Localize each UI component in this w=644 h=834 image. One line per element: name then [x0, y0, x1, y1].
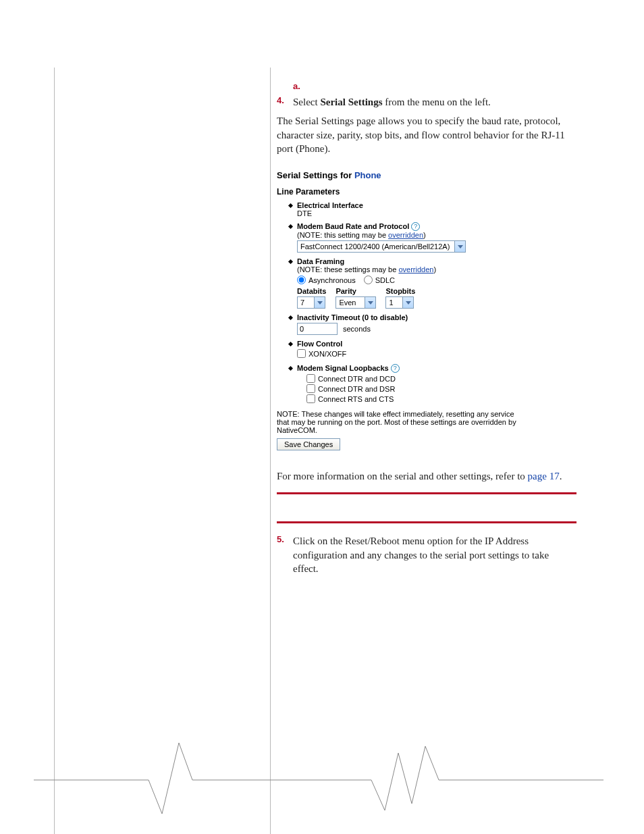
- intro-paragraph: The Serial Settings page allows you to s…: [277, 114, 576, 155]
- left-margin-rule: [54, 68, 55, 834]
- modem-baud-label: Modem Baud Rate and Protocol: [297, 222, 409, 230]
- databits-select[interactable]: 7: [297, 296, 325, 309]
- chevron-down-icon: [454, 241, 465, 252]
- more-info-post: .: [560, 471, 562, 481]
- step-4-bold: Serial Settings: [320, 97, 382, 107]
- step-5-number: 5.: [277, 534, 293, 575]
- more-info-pre: For more information on the serial and o…: [277, 471, 528, 481]
- step-5: 5. Click on the Reset/Reboot menu option…: [277, 534, 576, 575]
- divider: [277, 521, 576, 523]
- databits-value: 7: [300, 298, 304, 307]
- parity-select[interactable]: Even: [336, 296, 376, 309]
- electrical-interface-value: DTE: [297, 209, 576, 217]
- databits-label: Databits: [297, 287, 326, 295]
- flow-control-item: Flow Control XON/XOFF: [289, 340, 576, 359]
- xonxoff-checkbox[interactable]: XON/XOFF: [297, 349, 346, 358]
- async-radio-input[interactable]: [297, 276, 306, 284]
- loop-dtr-dcd[interactable]: Connect DTR and DCD: [306, 374, 576, 383]
- parity-value: Even: [339, 298, 356, 307]
- stopbits-value: 1: [389, 298, 393, 307]
- sub-step-a: a.: [293, 81, 576, 91]
- data-framing-label: Data Framing: [297, 257, 576, 265]
- step-5-text: Click on the Reset/Reboot menu option fo…: [293, 534, 576, 575]
- timeout-input[interactable]: [297, 323, 338, 335]
- divider: [277, 492, 576, 494]
- modem-baud-select-value: FastConnect 1200/2400 (American/Bell212A…: [300, 242, 450, 251]
- data-framing-item: Data Framing (NOTE: these settings may b…: [289, 257, 576, 309]
- step-4-post: from the menu on the left.: [383, 97, 491, 107]
- modem-baud-select[interactable]: FastConnect 1200/2400 (American/Bell212A…: [297, 240, 466, 253]
- more-info-para: For more information on the serial and o…: [277, 469, 576, 483]
- xonxoff-label: XON/XOFF: [308, 350, 346, 358]
- overridden-link[interactable]: overridden: [388, 231, 423, 239]
- panel-title: Serial Settings for Phone: [277, 170, 576, 180]
- panel-title-pre: Serial Settings for: [277, 170, 354, 180]
- sdlc-radio[interactable]: SDLC: [364, 276, 395, 284]
- electrical-interface-label: Electrical Interface: [297, 201, 576, 209]
- sdlc-radio-label: SDLC: [375, 276, 395, 284]
- inactivity-timeout-item: Inactivity Timeout (0 to disable) second…: [289, 313, 576, 335]
- async-radio[interactable]: Asynchronous: [297, 276, 356, 284]
- modem-baud-item: Modem Baud Rate and Protocol ? (NOTE: th…: [289, 222, 576, 253]
- chevron-down-icon: [402, 297, 413, 308]
- data-framing-note: (NOTE: these settings may be overridden): [297, 265, 576, 273]
- parity-label: Parity: [336, 287, 376, 295]
- loopbacks-label: Modem Signal Loopbacks: [297, 364, 389, 372]
- step-4: 4. Select Serial Settings from the menu …: [277, 95, 576, 109]
- loop-dtr-dsr[interactable]: Connect DTR and DSR: [306, 384, 576, 393]
- timeout-suffix: seconds: [343, 325, 371, 333]
- help-icon[interactable]: ?: [391, 364, 400, 373]
- timeout-label: Inactivity Timeout (0 to disable): [297, 313, 576, 321]
- chevron-down-icon: [314, 297, 325, 308]
- async-radio-label: Asynchronous: [308, 276, 356, 284]
- sdlc-radio-input[interactable]: [364, 276, 373, 284]
- overridden-link[interactable]: overridden: [398, 265, 433, 273]
- step-4-pre: Select: [293, 97, 320, 107]
- modem-baud-note: (NOTE: this setting may be overridden): [297, 231, 576, 239]
- stopbits-label: Stopbits: [385, 287, 415, 295]
- footer-wave-decoration: [34, 739, 603, 820]
- line-parameters-header: Line Parameters: [277, 187, 576, 197]
- help-icon[interactable]: ?: [411, 222, 420, 231]
- electrical-interface-item: Electrical Interface DTE: [289, 201, 576, 217]
- loop-rts-cts[interactable]: Connect RTS and CTS: [306, 394, 576, 403]
- panel-title-phone: Phone: [354, 170, 381, 180]
- step-4-number: 4.: [277, 95, 293, 109]
- xonxoff-checkbox-input[interactable]: [297, 349, 306, 358]
- serial-settings-panel: Serial Settings for Phone Line Parameter…: [277, 170, 576, 450]
- save-changes-button[interactable]: Save Changes: [277, 438, 340, 450]
- footer-note: NOTE: These changes will take effect imm…: [277, 410, 527, 434]
- step-4-text: Select Serial Settings from the menu on …: [293, 95, 491, 109]
- flow-control-label: Flow Control: [297, 340, 576, 348]
- page-17-link[interactable]: page 17: [528, 471, 560, 481]
- stopbits-select[interactable]: 1: [385, 296, 414, 309]
- content-margin-rule: [270, 68, 271, 834]
- chevron-down-icon: [365, 297, 375, 308]
- modem-loopbacks-item: Modem Signal Loopbacks ? Connect DTR and…: [289, 364, 576, 403]
